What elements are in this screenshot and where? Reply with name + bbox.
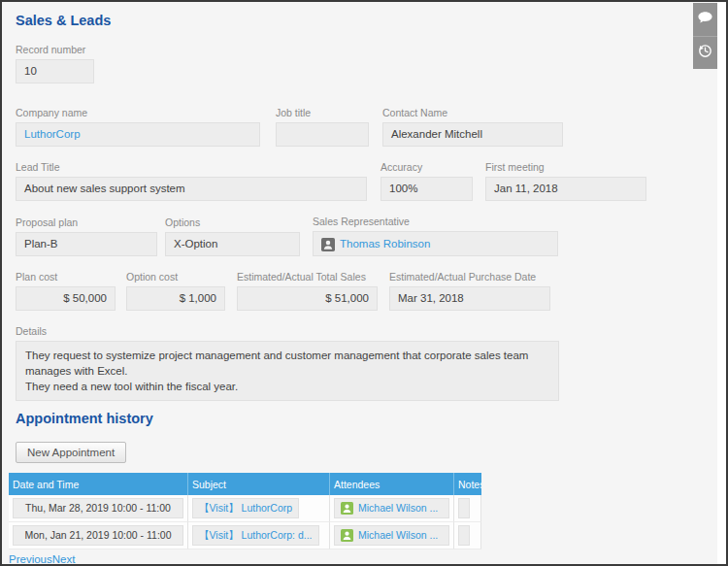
- appointment-table: Date and Time Subject Attendees Notes Th…: [9, 473, 481, 565]
- first-meeting-field: Jan 11, 2018: [485, 177, 646, 201]
- details-label: Details: [16, 325, 559, 337]
- pagination-next-link[interactable]: Next: [52, 553, 76, 565]
- job-title-field: [276, 122, 369, 147]
- attendee-link[interactable]: Michael Wilson ...: [358, 499, 438, 517]
- attendee-link[interactable]: Michael Wilson ...: [358, 526, 438, 545]
- appointment-history-title: Appointment history: [16, 411, 697, 426]
- column-header-subject: Subject: [188, 473, 330, 495]
- total-sales-field: $ 51,000: [237, 286, 378, 311]
- purchase-date-label: Estimated/Actual Purchase Date: [389, 271, 550, 283]
- table-row: Thu, Mar 28, 2019 10:00 - 11:00 【Visit】 …: [9, 495, 481, 522]
- contact-name-field: Alexander Mitchell: [382, 122, 563, 147]
- lead-title-label: Lead Title: [16, 161, 367, 173]
- record-detail-page: Sales & Leads Record number 10 Company n…: [0, 0, 728, 566]
- company-name-field: LuthorCorp: [16, 122, 260, 147]
- record-number-field: 10: [16, 59, 94, 83]
- record-history-button[interactable]: [693, 36, 717, 69]
- new-appointment-button[interactable]: New Appointment: [16, 442, 126, 463]
- options-label: Options: [165, 216, 300, 228]
- appointment-attendees: Michael Wilson ...: [334, 525, 449, 546]
- page-title: Sales & Leads: [16, 13, 697, 28]
- table-row: Mon, Jan 21, 2019 10:00 - 11:00 【Visit】 …: [9, 522, 481, 549]
- right-margin-strip: [717, 2, 726, 564]
- plan-cost-field: $ 50,000: [16, 286, 116, 311]
- sales-representative-label: Sales Representative: [313, 216, 558, 227]
- appointment-subject-link[interactable]: 【Visit】 LuthorCorp: [199, 502, 292, 514]
- column-header-date-and-time: Date and Time: [9, 473, 188, 495]
- appointment-attendees: Michael Wilson ...: [334, 498, 449, 518]
- company-name-link[interactable]: LuthorCorp: [24, 128, 81, 140]
- side-toolbar: [693, 3, 717, 69]
- accuracy-field: 100%: [381, 177, 473, 201]
- column-header-attendees: Attendees: [330, 473, 454, 495]
- option-cost-field: $ 1,000: [126, 286, 225, 311]
- option-cost-label: Option cost: [126, 271, 225, 283]
- proposal-plan-label: Proposal plan: [16, 216, 157, 228]
- appointment-datetime: Thu, Mar 28, 2019 10:00 - 11:00: [13, 498, 183, 518]
- options-field: X-Option: [165, 232, 300, 256]
- comments-button[interactable]: [693, 3, 717, 36]
- speech-bubble-icon: [697, 11, 713, 29]
- plan-cost-label: Plan cost: [16, 271, 116, 283]
- contact-name-label: Contact Name: [382, 107, 563, 118]
- column-header-notes: Notes: [454, 473, 481, 495]
- appointment-datetime: Mon, Jan 21, 2019 10:00 - 11:00: [13, 525, 183, 546]
- sales-representative-field: Thomas Robinson: [313, 231, 558, 256]
- clock-history-icon: [697, 43, 713, 63]
- total-sales-label: Estimated/Actual Total Sales: [237, 271, 378, 283]
- proposal-plan-field: Plan-B: [16, 232, 157, 256]
- appointment-notes: [458, 498, 470, 518]
- appointment-table-header: Date and Time Subject Attendees Notes: [9, 473, 481, 495]
- person-icon: [341, 529, 354, 543]
- appointment-notes: [458, 525, 470, 546]
- company-name-label: Company name: [16, 107, 260, 118]
- person-icon: [341, 502, 354, 516]
- person-icon: [321, 237, 335, 250]
- record-content: Sales & Leads Record number 10 Company n…: [2, 2, 726, 565]
- details-field: They request to systemize project manage…: [16, 341, 559, 401]
- pagination-previous-link[interactable]: Previous: [9, 553, 52, 565]
- accuracy-label: Accuracy: [381, 161, 473, 173]
- job-title-label: Job title: [276, 107, 369, 118]
- sales-representative-link[interactable]: Thomas Robinson: [340, 233, 430, 255]
- lead-title-field: About new sales support system: [16, 177, 367, 201]
- record-number-label: Record number: [16, 44, 94, 55]
- appointment-subject-link[interactable]: 【Visit】 LuthorCorp: d...: [199, 529, 313, 541]
- first-meeting-label: First meeting: [485, 161, 646, 173]
- purchase-date-field: Mar 31, 2018: [389, 286, 550, 311]
- pagination: PreviousNext: [9, 553, 481, 565]
